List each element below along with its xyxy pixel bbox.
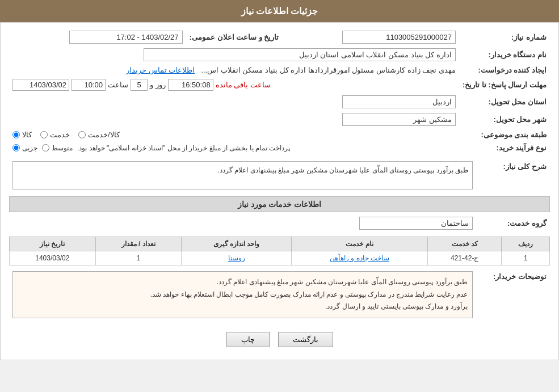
table-cell-unit: روستا	[182, 251, 292, 265]
deadline-time: 10:00	[72, 79, 106, 91]
requester-name: مهدی نجف زاده کارشناس مسئول امورقرارداده…	[201, 66, 456, 74]
process-option-medium[interactable]: متوسط	[42, 144, 73, 152]
category-label: طبقه بندی موضوعی:	[459, 128, 550, 141]
category-radio-group: کالا/خدمت خدمت کالا	[12, 130, 456, 139]
buyer-org-label: نام دستگاه خریدار:	[459, 46, 550, 64]
need-number-input: 1103005291000027	[342, 31, 456, 44]
category-label-khedmat: خدمت	[50, 130, 70, 139]
col-header-code: کد خدمت	[427, 237, 502, 251]
need-number-label: شماره نیاز:	[459, 28, 550, 46]
process-note: پرداخت تمام یا بخشی از مبلغ خریدار از مح…	[77, 144, 290, 152]
table-row: 1ج-42-421ساخت جاده و راهآهنروستا11403/03…	[10, 251, 550, 265]
back-button[interactable]: بازگشت	[278, 332, 333, 347]
service-group-label: گروه خدمت:	[476, 214, 550, 232]
table-cell-date: 1403/03/02	[10, 251, 96, 265]
announcement-date-input: 1403/02/27 - 17:02	[69, 31, 183, 44]
services-section-header: اطلاعات خدمات مورد نیاز	[9, 196, 550, 212]
process-label: نوع فرآیند خرید:	[459, 141, 550, 154]
deadline-day-label: روز و	[150, 81, 166, 89]
category-option-khedmat[interactable]: خدمت	[40, 130, 70, 139]
category-radio-kala-khedmat[interactable]	[78, 131, 86, 138]
col-header-unit: واحد اندازه گیری	[182, 237, 292, 251]
service-group-section: گروه خدمت: ساختمان	[9, 214, 550, 232]
need-description-section: شرح کلی نیاز: طبق برآورد پیوستی روستای ا…	[9, 159, 550, 192]
table-cell-name: ساخت جاده و راهآهن	[292, 251, 428, 265]
col-header-name: نام خدمت	[292, 237, 428, 251]
buyer-description-text: طبق برآورد پیوستی روستای الماّی علیا شهر…	[150, 278, 468, 310]
remaining-time-label: ساعت باقی مانده	[216, 81, 271, 89]
delivery-city-label: شهر محل تحویل:	[459, 111, 550, 128]
announcement-date-value: 1403/02/27 - 17:02	[9, 28, 186, 46]
page-header: جزئیات اطلاعات نیاز	[0, 0, 559, 22]
contact-info-link[interactable]: اطلاعات تماس خریدار	[126, 66, 195, 74]
deadline-time-label: ساعت	[108, 81, 128, 89]
process-option-partial[interactable]: جزیی	[12, 144, 37, 152]
services-table: ردیف کد خدمت نام خدمت واحد اندازه گیری ت…	[9, 237, 550, 265]
announcement-date-label: تاریخ و ساعت اعلان عمومی:	[186, 28, 283, 46]
category-option-kala-khedmat[interactable]: کالا/خدمت	[78, 130, 120, 139]
category-label-kala-khedmat: کالا/خدمت	[88, 130, 120, 139]
col-header-qty: تعداد / مقدار	[95, 237, 181, 251]
col-header-row: ردیف	[502, 237, 550, 251]
table-cell-row: 1	[502, 251, 550, 265]
remaining-time: 16:50:08	[168, 79, 213, 91]
table-cell-code: ج-42-421	[427, 251, 502, 265]
buyer-description-label: توضیحات خریدار:	[476, 269, 550, 321]
process-row: پرداخت تمام یا بخشی از مبلغ خریدار از مح…	[12, 144, 456, 152]
need-description-label: شرح کلی نیاز:	[476, 159, 550, 192]
response-deadline-label: مهلت ارسال پاسخ: تا تاریخ:	[459, 77, 550, 93]
delivery-province-input: اردبیل	[342, 95, 456, 108]
service-group-input: ساختمان	[359, 217, 473, 230]
need-description-text: طبق برآورد پیوستی روستای الماّی علیا شهر…	[218, 166, 469, 174]
deadline-date: 1403/03/02	[12, 79, 69, 91]
process-radio-medium[interactable]	[42, 144, 49, 151]
need-number-value: 1103005291000027	[282, 28, 459, 46]
process-label-medium: متوسط	[52, 144, 73, 152]
info-section: شماره نیاز: 1103005291000027 تاریخ و ساع…	[9, 28, 550, 154]
buyer-org-input: اداره کل بنیاد مسکن انقلاب اسلامی استان …	[144, 48, 456, 61]
process-label-partial: جزیی	[22, 144, 37, 152]
table-cell-quantity: 1	[95, 251, 181, 265]
col-header-date: تاریخ نیاز	[10, 237, 96, 251]
delivery-city-input: مشکین شهر	[342, 113, 456, 126]
process-radio-partial[interactable]	[12, 144, 20, 151]
buyer-description-box: طبق برآورد پیوستی روستای الماّی علیا شهر…	[12, 271, 473, 318]
deadline-days: 5	[131, 79, 148, 91]
delivery-province-label: استان محل تحویل:	[459, 93, 550, 111]
category-label-kala: کالا	[22, 130, 32, 139]
category-option-kala[interactable]: کالا	[12, 130, 32, 139]
print-button[interactable]: چاپ	[226, 332, 270, 347]
category-radio-kala[interactable]	[12, 131, 20, 138]
buyer-description-section: توضیحات خریدار: طبق برآورد پیوستی روستای…	[9, 269, 550, 321]
page-title: جزئیات اطلاعات نیاز	[241, 6, 318, 16]
category-radio-khedmat[interactable]	[40, 131, 48, 138]
need-description-box: طبق برآورد پیوستی روستای الماّی علیا شهر…	[12, 161, 473, 189]
requester-label: ایجاد کننده درخواست:	[459, 64, 550, 77]
button-row: بازگشت چاپ	[9, 325, 550, 354]
